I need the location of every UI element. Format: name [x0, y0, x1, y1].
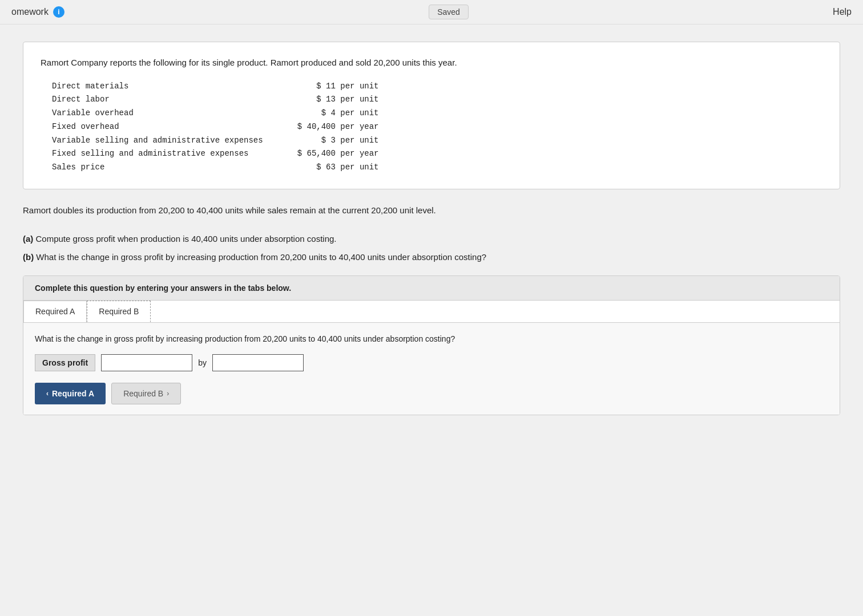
help-link[interactable]: Help [833, 7, 852, 17]
gross-profit-input-1[interactable] [101, 354, 192, 371]
part-a-text: (a) Compute gross profit when production… [23, 232, 840, 246]
btn-req-b-label: Required B [123, 389, 163, 398]
answer-header-text: Complete this question by entering your … [35, 283, 291, 293]
chevron-left-icon: ‹ [46, 390, 49, 398]
problem-box: Ramort Company reports the following for… [23, 42, 840, 189]
data-table: Direct materialsDirect laborVariable ove… [41, 80, 822, 175]
problem-intro: Ramort Company reports the following for… [41, 56, 822, 70]
question-section: Ramort doubles its production from 20,20… [23, 204, 840, 264]
body-question: What is the change in gross profit by in… [35, 333, 828, 345]
tab-required-a[interactable]: Required A [23, 301, 87, 322]
answer-header: Complete this question by entering your … [23, 276, 840, 301]
saved-badge: Saved [429, 5, 469, 19]
top-left-area: omework i [11, 6, 64, 18]
main-content: Ramort Company reports the following for… [0, 25, 863, 432]
top-bar: omework i Saved Help [0, 0, 863, 25]
answer-section: Complete this question by entering your … [23, 275, 840, 415]
part-b-text: (b) What is the change in gross profit b… [23, 250, 840, 264]
part-a-label: (a) [23, 234, 33, 244]
homework-label: omework [11, 7, 49, 17]
part-a-content: Compute gross profit when production is … [36, 234, 337, 244]
part-b-label: (b) [23, 252, 34, 262]
btn-req-a-label: Required A [52, 389, 94, 398]
production-change-text: Ramort doubles its production from 20,20… [23, 204, 840, 217]
gross-profit-input-2[interactable] [212, 354, 304, 371]
nav-buttons: ‹ Required A Required B › [35, 383, 828, 404]
by-text: by [198, 358, 207, 367]
btn-required-a[interactable]: ‹ Required A [35, 383, 106, 404]
btn-required-b[interactable]: Required B › [111, 383, 181, 404]
tab-required-b[interactable]: Required B [87, 301, 151, 322]
info-icon[interactable]: i [53, 6, 64, 18]
data-values: $ 11 per unit$ 13 per unit$ 4 per unit$ … [297, 80, 379, 175]
data-labels: Direct materialsDirect laborVariable ove… [52, 80, 263, 175]
chevron-right-icon: › [167, 390, 169, 398]
answer-row: Gross profit by [35, 354, 828, 371]
answer-body: What is the change in gross profit by in… [23, 323, 840, 415]
gross-profit-label: Gross profit [35, 354, 95, 371]
tabs-row: Required A Required B [23, 301, 840, 323]
part-b-content: What is the change in gross profit by in… [36, 252, 486, 262]
